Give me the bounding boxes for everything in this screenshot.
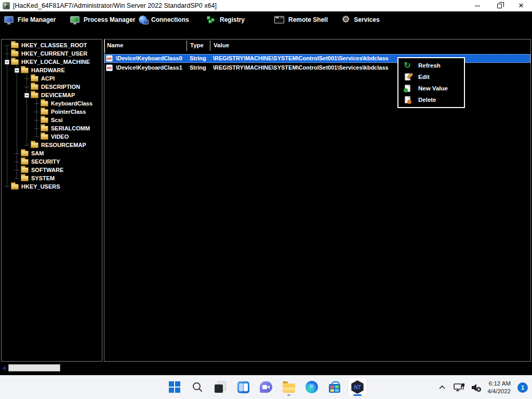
tree-item-system[interactable]: SYSTEM <box>2 174 102 182</box>
task-view-button[interactable] <box>211 378 230 396</box>
tree-item-description[interactable]: DESCRIPTION <box>2 83 102 91</box>
close-icon: × <box>518 3 524 8</box>
toolbar-services[interactable]: ⚙ Services <box>342 11 380 28</box>
tree-item-keyboardclass[interactable]: KeyboardClass <box>2 99 102 108</box>
horizontal-scrollbar[interactable] <box>1 364 102 372</box>
tree-item-security[interactable]: SECURITY <box>2 157 102 166</box>
column-separator[interactable] <box>210 41 210 51</box>
toolbar-remote-shell[interactable]: Remote Shell <box>274 11 328 28</box>
folder-icon <box>11 184 19 190</box>
collapse-icon[interactable] <box>5 60 9 64</box>
registry-icon <box>207 16 216 23</box>
tree-item-video[interactable]: VIDEO <box>2 132 102 141</box>
value-row-keyboardclass1[interactable]: ab \Device\KeyboardClass1 String \REGIST… <box>104 63 530 72</box>
chat-icon <box>260 381 272 393</box>
folder-icon <box>11 51 19 57</box>
app-icon <box>3 2 10 9</box>
toolbar: File Manager Process Manager Connections… <box>0 11 532 28</box>
toolbar-label: Registry <box>220 16 245 23</box>
volume-muted-icon <box>471 383 482 392</box>
minimize-button[interactable] <box>467 0 488 11</box>
restore-icon <box>497 4 502 8</box>
collapse-icon[interactable] <box>15 68 19 73</box>
folder-icon <box>41 117 48 123</box>
tree-item-hkey-classes-root[interactable]: HKEY_CLASSES_ROOT <box>2 41 102 49</box>
start-button[interactable] <box>165 378 184 396</box>
menu-item-edit[interactable]: Edit <box>398 71 464 83</box>
tree-item-acpi[interactable]: ACPI <box>2 74 102 83</box>
toolbar-label: File Manager <box>18 16 56 23</box>
task-view-icon <box>215 381 226 393</box>
refresh-icon: ↻ <box>403 61 411 70</box>
notification-badge[interactable]: 1 <box>517 382 528 393</box>
registry-values-panel: Name Type Value ab \Device\KeyboardClass… <box>104 39 531 362</box>
store-button[interactable] <box>325 378 344 396</box>
tree-item-software[interactable]: SOFTWARE <box>2 166 102 174</box>
collapse-icon[interactable] <box>24 93 29 98</box>
tree-item-scsi[interactable]: Scsi <box>2 116 102 124</box>
tree-item-label: DESCRIPTION <box>41 84 80 90</box>
search-button[interactable] <box>188 378 207 396</box>
tree-item-label: SYSTEM <box>31 175 55 181</box>
tree-item-label: HKEY_CURRENT_USER <box>21 50 87 57</box>
tree-item-hkey-current-user[interactable]: HKEY_CURRENT_USER <box>2 49 102 58</box>
tree-item-label: RESOURCEMAP <box>41 142 86 148</box>
toolbar-label: Services <box>354 16 379 23</box>
toolbar-registry[interactable]: Registry <box>207 11 245 28</box>
tree-item-hkey-local-machine[interactable]: HKEY_LOCAL_MACHINE <box>2 58 102 66</box>
tree-item-hkey-users[interactable]: HKEY_USERS <box>2 182 102 191</box>
network-tray-button[interactable] <box>453 380 466 395</box>
scroll-left-arrow-icon[interactable] <box>2 366 6 371</box>
minimize-icon <box>475 6 480 6</box>
tree-item-resourcemap[interactable]: RESOURCEMAP <box>2 141 102 149</box>
toolbar-process-manager[interactable]: Process Manager <box>70 11 135 28</box>
tree-item-sam[interactable]: SAM <box>2 149 102 157</box>
restore-button[interactable] <box>488 0 510 11</box>
tree-item-label: HKEY_USERS <box>21 183 60 190</box>
value-row-keyboardclass0[interactable]: ab \Device\KeyboardClass0 String \REGIST… <box>104 54 530 63</box>
tree-item-hardware[interactable]: HARDWARE <box>2 66 102 74</box>
close-button[interactable]: × <box>510 0 532 11</box>
file-explorer-icon <box>283 383 295 393</box>
rat-client-button[interactable]: NT <box>348 378 367 396</box>
folder-icon <box>41 134 48 140</box>
context-menu: ↻ Refresh Edit New Value Delete <box>397 57 465 108</box>
folder-icon <box>41 101 48 107</box>
delete-icon <box>403 96 411 104</box>
folder-icon <box>21 151 29 156</box>
hidden-icons-button[interactable] <box>436 380 448 395</box>
menu-item-refresh[interactable]: ↻ Refresh <box>398 60 464 71</box>
chat-button[interactable] <box>257 378 275 396</box>
toolbar-connections[interactable]: Connections <box>139 11 189 28</box>
clock[interactable]: 6:12 AM 4/4/2022 <box>487 380 511 395</box>
folder-icon <box>11 43 19 48</box>
menu-item-delete[interactable]: Delete <box>398 94 464 105</box>
column-header-name[interactable]: Name <box>107 42 123 48</box>
value-name: \Device\KeyboardClass0 <box>116 55 182 61</box>
tree-item-label: HARDWARE <box>31 67 65 73</box>
volume-tray-button[interactable] <box>470 380 483 395</box>
toolbar-label: Connections <box>151 16 189 23</box>
folder-icon <box>31 92 38 98</box>
ethernet-icon <box>454 383 465 392</box>
menu-item-label: New Value <box>418 85 448 91</box>
tree-item-serialcomm[interactable]: SERIALCOMM <box>2 124 102 132</box>
column-separator[interactable] <box>187 41 187 51</box>
tree-item-devicemap[interactable]: DEVICEMAP <box>2 91 102 99</box>
widgets-button[interactable] <box>234 378 252 396</box>
value-data: \REGISTRY\MACHINE\SYSTEM\ControlSet001\S… <box>213 55 389 61</box>
file-explorer-button[interactable] <box>280 378 298 396</box>
tree-item-label: HKEY_CLASSES_ROOT <box>21 42 87 48</box>
column-header-value[interactable]: Value <box>214 42 229 48</box>
menu-item-new-value[interactable]: New Value <box>398 83 464 94</box>
edge-button[interactable] <box>302 378 321 396</box>
tree-item-pointerclass[interactable]: PointerClass <box>2 108 102 116</box>
column-header-type[interactable]: Type <box>190 42 204 48</box>
folder-icon <box>21 68 29 73</box>
registry-tree-panel: HKEY_CLASSES_ROOT HKEY_CURRENT_USER HKEY… <box>1 39 102 362</box>
toolbar-file-manager[interactable]: File Manager <box>4 11 56 28</box>
scrollbar-thumb[interactable] <box>8 364 60 371</box>
edit-icon <box>403 73 411 81</box>
connections-icon <box>139 16 147 24</box>
edge-icon <box>305 381 318 393</box>
